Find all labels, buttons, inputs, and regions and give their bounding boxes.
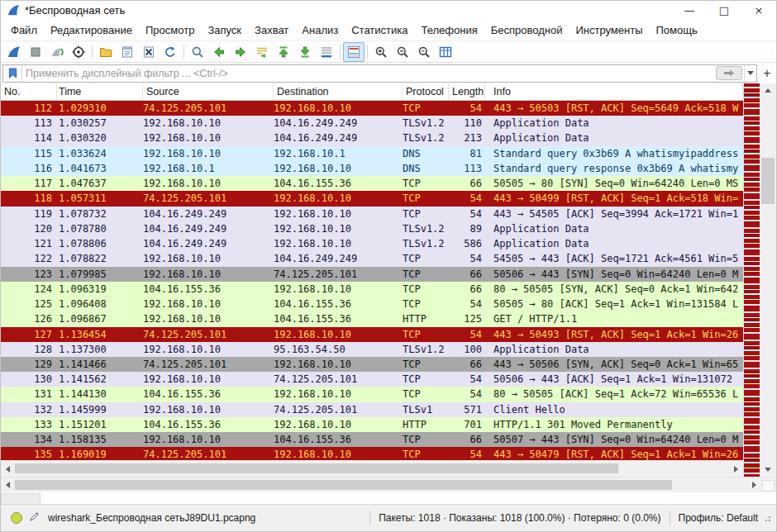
table-row[interactable]: 121 1.078806 104.16.249.249 192.168.10.1…: [1, 236, 743, 251]
cell-source: 192.168.10.10: [143, 146, 274, 161]
cell-destination: 192.168.10.10: [274, 236, 403, 251]
table-row[interactable]: 133 1.151201 104.16.155.36 192.168.10.10…: [1, 417, 743, 432]
hscroll2-left-arrow-icon[interactable]: [1, 477, 15, 492]
capture-options-button[interactable]: [68, 42, 89, 62]
find-packet-button[interactable]: [187, 42, 208, 62]
close-capture-file-button[interactable]: [138, 42, 160, 62]
menu-go[interactable]: Запуск: [201, 21, 248, 39]
resize-columns-button[interactable]: [435, 42, 456, 62]
filter-bookmark-icon[interactable]: [3, 65, 22, 82]
table-row[interactable]: 129 1.141466 74.125.205.101 192.168.10.1…: [1, 357, 743, 372]
table-row[interactable]: 120 1.078780 104.16.249.249 192.168.10.1…: [1, 221, 743, 236]
hscroll2-right-arrow-icon[interactable]: [747, 477, 761, 492]
vscroll-down-arrow-icon[interactable]: [760, 463, 776, 477]
menu-capture[interactable]: Захват: [248, 21, 295, 39]
table-row[interactable]: 117 1.047637 192.168.10.10 104.16.155.36…: [1, 176, 743, 191]
table-row[interactable]: 112 1.029310 74.125.205.101 192.168.10.1…: [1, 101, 743, 116]
resize-grip[interactable]: [763, 514, 771, 522]
stop-capture-button[interactable]: [25, 42, 46, 62]
add-filter-button[interactable]: +: [760, 65, 775, 82]
table-row[interactable]: 116 1.041673 192.168.10.1 192.168.10.10 …: [1, 161, 743, 176]
column-header-src[interactable]: Source: [143, 83, 274, 100]
table-row[interactable]: 131 1.144130 104.16.155.36 192.168.10.10…: [1, 387, 743, 401]
last-packet-button[interactable]: [294, 42, 316, 62]
expert-info-icon[interactable]: [11, 512, 22, 524]
open-file-button[interactable]: [95, 42, 117, 62]
colorize-packets-button[interactable]: [343, 42, 365, 62]
pane-sizer[interactable]: [762, 480, 775, 492]
capture-comment-icon[interactable]: [29, 511, 40, 525]
zoom-out-button[interactable]: [392, 42, 413, 62]
vscroll-thumb[interactable]: [761, 158, 775, 204]
cell-time: 1.151201: [57, 417, 143, 432]
table-row[interactable]: 122 1.078822 192.168.10.10 104.16.249.24…: [1, 251, 743, 266]
column-header-proto[interactable]: Protocol: [403, 83, 449, 100]
hscroll-right-arrow-icon[interactable]: [729, 461, 743, 477]
save-file-button[interactable]: [117, 42, 138, 62]
packet-list-hscrollbar[interactable]: [1, 460, 743, 477]
reload-file-button[interactable]: [160, 42, 181, 62]
table-row[interactable]: 114 1.030320 192.168.10.10 104.16.249.24…: [1, 131, 743, 145]
table-row[interactable]: 134 1.158135 192.168.10.10 104.16.155.36…: [1, 432, 743, 447]
zoom-normal-button[interactable]: [413, 42, 435, 62]
cell-protocol: TLSv1: [403, 402, 449, 417]
next-packet-button[interactable]: [230, 42, 251, 62]
menu-telephony[interactable]: Телефония: [414, 21, 484, 39]
vscroll-up-arrow-icon[interactable]: [760, 83, 776, 97]
minimize-button[interactable]: —: [672, 1, 707, 19]
table-row[interactable]: 130 1.141562 192.168.10.10 74.125.205.10…: [1, 372, 743, 387]
menu-analyze[interactable]: Анализ: [295, 21, 345, 39]
menu-tools[interactable]: Инструменты: [569, 21, 649, 39]
table-row[interactable]: 135 1.169019 74.125.205.101 192.168.10.1…: [1, 447, 743, 460]
close-button[interactable]: ×: [741, 1, 776, 19]
menu-edit[interactable]: Редактирование: [44, 21, 139, 39]
go-to-packet-button[interactable]: [251, 42, 273, 62]
table-row[interactable]: 123 1.079985 192.168.10.10 74.125.205.10…: [1, 267, 743, 282]
table-row[interactable]: 119 1.078732 104.16.249.249 192.168.10.1…: [1, 207, 743, 221]
column-header-info[interactable]: Info: [485, 83, 743, 100]
first-packet-button[interactable]: [273, 42, 294, 62]
hscroll2-thumb[interactable]: [15, 480, 672, 490]
column-header-no[interactable]: No.: [1, 83, 57, 100]
start-capture-button[interactable]: [3, 42, 25, 62]
column-header-len[interactable]: Length: [449, 83, 485, 100]
menu-view[interactable]: Просмотр: [139, 21, 201, 39]
table-row[interactable]: 115 1.033624 192.168.10.10 192.168.10.1 …: [1, 146, 743, 161]
cell-protocol: TCP: [403, 191, 449, 206]
table-row[interactable]: 127 1.136454 74.125.205.101 192.168.10.1…: [1, 327, 743, 342]
vertical-scrollbar[interactable]: [760, 83, 776, 477]
menu-statistics[interactable]: Статистика: [345, 21, 414, 39]
menu-file[interactable]: Файл: [4, 21, 44, 39]
table-row[interactable]: 126 1.096867 192.168.10.10 104.16.155.36…: [1, 311, 743, 326]
maximize-button[interactable]: □: [707, 1, 741, 19]
profile-selector[interactable]: Профиль: Default: [670, 511, 762, 525]
column-header-time[interactable]: Time: [57, 83, 143, 100]
hscroll-left-arrow-icon[interactable]: [1, 461, 15, 477]
table-row[interactable]: 113 1.030257 192.168.10.10 104.16.249.24…: [1, 116, 743, 131]
column-header-dst[interactable]: Destination: [274, 83, 403, 100]
restart-capture-button[interactable]: [46, 42, 68, 62]
table-row[interactable]: 128 1.137300 192.168.10.10 95.163.54.50 …: [1, 342, 743, 357]
previous-packet-button[interactable]: [208, 42, 230, 62]
capture-file-name: wireshark_Беспроводная сетьJ89DU1.pcapng: [48, 512, 255, 524]
cell-destination: 74.125.205.101: [274, 267, 403, 282]
table-row[interactable]: 124 1.096319 104.16.155.36 192.168.10.10…: [1, 282, 743, 297]
cell-no: 126: [1, 311, 57, 326]
apply-filter-button[interactable]: [716, 66, 742, 80]
display-filter-input[interactable]: [22, 68, 716, 79]
minimap-scrollbar[interactable]: [743, 83, 760, 477]
menu-help[interactable]: Помощь: [650, 21, 704, 39]
wireshark-fin-icon: [7, 4, 20, 17]
zoom-in-button[interactable]: [370, 42, 392, 62]
cell-destination: 104.16.155.36: [274, 311, 403, 326]
hscroll-thumb[interactable]: [15, 463, 618, 473]
filter-dropdown-caret[interactable]: [744, 65, 756, 82]
cell-destination: 192.168.10.1: [274, 146, 403, 161]
table-row[interactable]: 118 1.057311 74.125.205.101 192.168.10.1…: [1, 191, 743, 206]
main-toolbar: [1, 40, 776, 63]
menu-wireless[interactable]: Беспроводной: [484, 21, 570, 39]
table-row[interactable]: 132 1.145999 192.168.10.10 74.125.205.10…: [1, 402, 743, 417]
secondary-hscrollbar[interactable]: [1, 477, 776, 492]
table-row[interactable]: 125 1.096408 192.168.10.10 104.16.155.36…: [1, 297, 743, 311]
auto-scroll-button[interactable]: [316, 42, 337, 62]
